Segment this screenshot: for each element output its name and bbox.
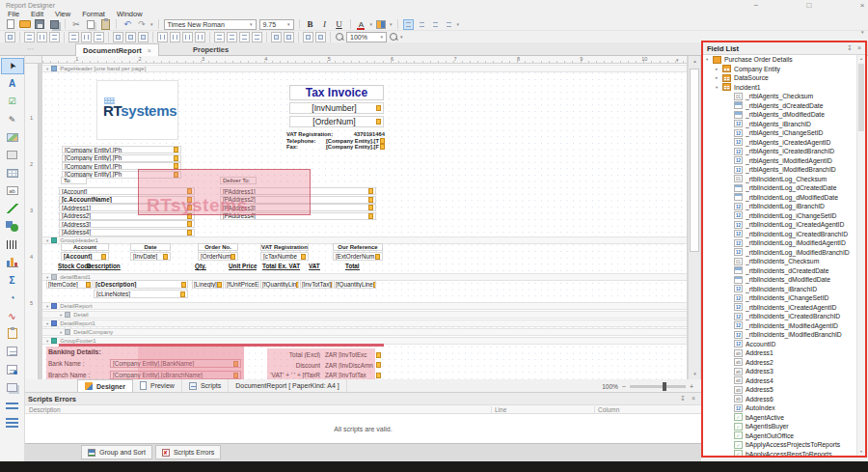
column-header[interactable]: Total <box>345 263 360 270</box>
band-collapse-icon[interactable]: ▾ <box>46 321 48 326</box>
remove-vertical-spacing-icon[interactable] <box>252 32 262 42</box>
align-left-button[interactable] <box>403 19 414 30</box>
separator[interactable] <box>209 32 210 42</box>
field-list-item[interactable]: 12_rtblIncidentLog_iCreatedBranchID <box>703 230 856 239</box>
invoice-info-header-cell[interactable]: Order No. <box>198 243 238 251</box>
design-vertical-scrollbar[interactable]: ▴ ▾ <box>688 56 700 379</box>
barcode-tool-icon[interactable] <box>1 236 24 253</box>
field-list-item[interactable]: abAddress1 <box>703 348 856 358</box>
menu-item[interactable]: Edit <box>31 10 43 18</box>
view-tab[interactable]: Preview <box>133 379 182 392</box>
field-list-scrollbar[interactable]: ▴ ▾ <box>856 55 865 456</box>
vertical-ruler[interactable]: 12345 <box>25 64 39 379</box>
invoice-number-field[interactable]: [InvNumber] <box>289 102 384 114</box>
detail-cell[interactable]: [Lineqty] <box>192 280 224 289</box>
field-list-item[interactable]: 12_rtblIncidents_iCreatedAgentID <box>703 303 856 313</box>
panel-tool-icon[interactable] <box>1 147 24 163</box>
field-list-item[interactable]: 12_rtblAgents_iCreatedAgentID <box>703 138 856 148</box>
field-list-item[interactable]: ✓bApplyAccessRepsToReports <box>703 450 856 457</box>
invoice-info-value-cell[interactable]: [cTaxNumbe <box>260 252 309 261</box>
shape-tool-icon[interactable] <box>1 218 24 235</box>
order-number-field[interactable]: [OrderNum] <box>289 116 384 127</box>
page-info-tool-icon[interactable] <box>1 361 24 377</box>
expand-icon[interactable]: ▸ <box>716 67 722 71</box>
invoice-info-value-cell[interactable]: [Account] <box>61 252 109 261</box>
scroll-down-icon[interactable]: ▾ <box>689 369 701 379</box>
table-tool-icon[interactable] <box>1 165 24 181</box>
invoice-info-value-cell[interactable]: [OrderNum <box>198 252 238 261</box>
separator[interactable] <box>330 32 331 42</box>
save-all-icon[interactable] <box>48 18 60 30</box>
invoice-title-label[interactable]: Tax Invoice <box>289 85 384 100</box>
redo-icon[interactable]: ↷ <box>136 18 148 30</box>
font-name-select[interactable]: Times New Roman▾ <box>164 19 257 30</box>
pin-icon[interactable]: ↧ <box>680 395 686 403</box>
field-list-item[interactable]: 12_rtblIncidents_iCreatedBranchID <box>703 312 856 321</box>
increase-vertical-spacing-icon[interactable] <box>227 32 237 42</box>
copy-icon[interactable] <box>85 18 96 30</box>
field-list-item[interactable]: 01_rtblAgents_Checksum <box>703 92 856 101</box>
open-icon[interactable] <box>19 18 31 30</box>
minimize-button[interactable]: − <box>748 1 764 10</box>
character-comb-tool-icon[interactable]: ab <box>1 182 24 199</box>
column-header[interactable]: Line <box>495 406 506 413</box>
field-list-item[interactable]: ✓bApplyAccessProjectsToReports <box>703 440 856 450</box>
field-list-item[interactable]: _rtblAgents_dModifiedDate <box>703 110 856 120</box>
align-top-edges-icon[interactable] <box>68 32 79 42</box>
band-detail-report[interactable]: ▾DetailReport <box>42 302 687 310</box>
field-list-item[interactable]: ▾Purchase Order Details <box>703 55 856 65</box>
align-right-button[interactable] <box>430 19 441 30</box>
picture-tool-icon[interactable] <box>1 129 24 146</box>
separator[interactable] <box>108 32 109 42</box>
pivot-grid-tool-icon[interactable]: Σ <box>1 272 24 289</box>
band-detail-company[interactable]: ▾DetailCompany <box>42 328 687 336</box>
bold-button[interactable]: B <box>305 18 316 30</box>
scroll-down-icon[interactable]: ▾ <box>857 448 865 456</box>
align-bottom-edges-icon[interactable] <box>94 32 104 42</box>
increase-horizontal-spacing-icon[interactable] <box>170 32 180 42</box>
field-list-item[interactable]: ▾Incident1 <box>703 83 856 93</box>
separator[interactable] <box>266 32 267 42</box>
richtext-tool-icon[interactable]: ✎ <box>1 111 24 127</box>
field-list-item[interactable]: ✓bAgentActive <box>703 413 856 423</box>
decrease-vertical-spacing-icon[interactable] <box>239 32 250 42</box>
undo-icon[interactable]: ↶ <box>122 18 133 30</box>
band-collapse-icon[interactable]: ▾ <box>676 57 679 63</box>
scrollbar-thumb[interactable] <box>858 64 864 131</box>
band-collapse-icon[interactable]: ▾ <box>46 67 48 71</box>
column-header[interactable]: Unit Price <box>229 263 257 270</box>
scrollbar-thumb[interactable] <box>690 69 699 252</box>
zoom-dropdown-icon[interactable]: ▾ <box>400 34 403 40</box>
band-collapse-icon[interactable]: ▾ <box>60 313 62 318</box>
field-list-item[interactable]: 01_rtblIncidents_Checksum <box>703 257 856 266</box>
zoom-out-icon[interactable] <box>335 32 344 42</box>
detail-cell[interactable]: [fQuantityLine <box>334 280 376 289</box>
sparkline-tool-icon[interactable]: ∿ <box>1 308 24 324</box>
line-tool-icon[interactable] <box>1 201 24 217</box>
field-list-item[interactable]: 12_rtblIncidentLog_iModifiedAgentID <box>703 238 856 248</box>
field-list-item[interactable]: 12_rtblIncidentLog_iModifiedBranchID <box>703 248 856 258</box>
align-center-button[interactable] <box>417 19 427 30</box>
column-header[interactable]: Description <box>87 263 121 270</box>
line-notes-field[interactable]: [cLineNotes] <box>94 290 188 298</box>
align-right-edges-icon[interactable] <box>49 32 60 42</box>
field-list-item[interactable]: 12AccountID <box>703 340 856 349</box>
field-list-item[interactable]: abAddress6 <box>703 395 856 404</box>
align-horizontal-centers-icon[interactable] <box>37 32 47 42</box>
close-icon[interactable]: × <box>692 395 695 403</box>
invoice-info-header-cell[interactable]: Our Reference <box>333 243 383 251</box>
detail-cell[interactable]: [InvTotTax] <box>300 280 333 289</box>
view-tab[interactable]: Designer <box>77 379 133 392</box>
zoom-out-button[interactable]: − <box>622 383 626 390</box>
center-vertically-icon[interactable] <box>284 32 294 42</box>
tab-close-icon[interactable]: × <box>148 47 151 54</box>
menu-item[interactable]: Window <box>117 10 143 18</box>
align-left-edges-icon[interactable] <box>24 32 35 42</box>
view-tab[interactable]: Scripts <box>182 379 229 392</box>
band-collapse-icon[interactable]: ▾ <box>60 330 62 335</box>
remove-horizontal-spacing-icon[interactable] <box>195 32 205 42</box>
new-document-icon[interactable] <box>5 18 16 30</box>
field-list-item[interactable]: 12_rtblAgents_iCreatedBranchID <box>703 147 856 156</box>
address-field[interactable]: [Address4] <box>59 229 195 236</box>
chart-tool-icon[interactable] <box>1 254 24 270</box>
